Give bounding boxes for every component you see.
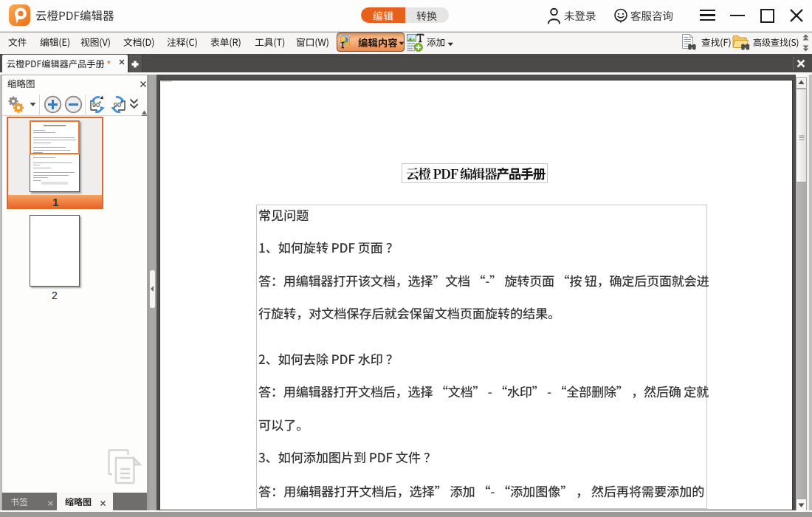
svg-text:90: 90: [92, 101, 100, 109]
svg-text:90: 90: [114, 101, 121, 109]
